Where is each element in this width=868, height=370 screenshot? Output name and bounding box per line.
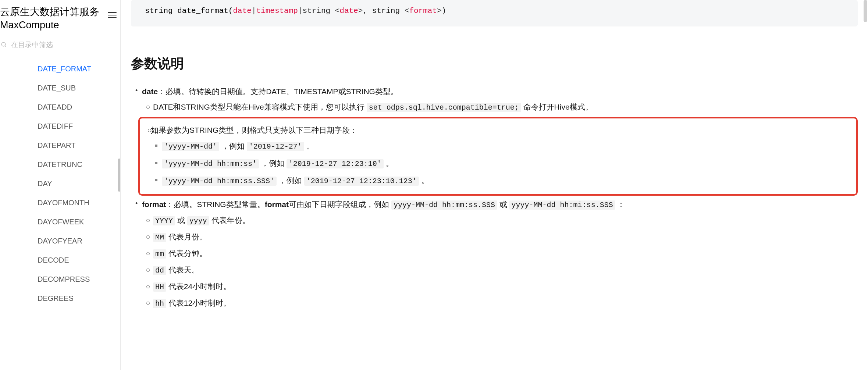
search-input[interactable] <box>11 41 120 49</box>
nav-item-dayofyear[interactable]: DAYOFYEAR <box>0 231 120 250</box>
code-text: string date_format( <box>145 7 233 15</box>
section-title-params: 参数说明 <box>131 52 858 75</box>
page-scrollbar[interactable] <box>864 0 867 22</box>
svg-point-0 <box>1 42 6 46</box>
nav-item-dateadd[interactable]: DATEADD <box>0 97 120 117</box>
param-name: date <box>142 87 158 96</box>
param-name: format <box>142 200 166 209</box>
nav-item-date-format[interactable]: DATE_FORMAT <box>0 59 120 78</box>
syntax-code-block: string date_format(date|timestamp|string… <box>131 0 858 26</box>
param-date-note-hive: DATE和STRING类型只能在Hive兼容模式下使用，您可以执行 set od… <box>153 100 858 114</box>
param-date-string-formats: 如果参数为STRING类型，则格式只支持以下三种日期字段： 'yyyy-MM-d… <box>151 124 853 188</box>
svg-line-1 <box>5 46 6 47</box>
code-type: date <box>339 7 358 15</box>
nav-item-datetrunc[interactable]: DATETRUNC <box>0 155 120 174</box>
nav-item-date-sub[interactable]: DATE_SUB <box>0 78 120 97</box>
code-type: timestamp <box>256 7 298 15</box>
nav-item-day[interactable]: DAY <box>0 174 120 193</box>
param-date: date：必填。待转换的日期值。支持DATE、TIMESTAMP或STRING类… <box>142 85 858 196</box>
format-ex-3: 'yyyy-MM-dd hh:mm:ss.SSS' ，例如 '2019-12-2… <box>162 174 853 188</box>
code-inline: set odps.sql.hive.compatible=true; <box>367 103 521 112</box>
format-token-dd: dd 代表天。 <box>153 263 858 277</box>
format-ex-2: 'yyyy-MM-dd hh:mm:ss' ，例如 '2019-12-27 12… <box>162 157 853 170</box>
search-icon <box>1 42 7 48</box>
nav-item-datediff[interactable]: DATEDIFF <box>0 117 120 136</box>
format-token-hh-upper: HH 代表24小时制时。 <box>153 280 858 293</box>
sidebar-scrollbar[interactable] <box>118 159 120 192</box>
nav-list: DATE_FORMAT DATE_SUB DATEADD DATEDIFF DA… <box>0 53 120 370</box>
format-token-mm-lower: mm 代表分钟。 <box>153 247 858 260</box>
product-title: 云原生大数据计算服务MaxCompute <box>0 5 108 32</box>
sidebar-search[interactable] <box>0 37 120 53</box>
nav-item-decode[interactable]: DECODE <box>0 250 120 270</box>
nav-item-degrees[interactable]: DEGREES <box>0 289 120 308</box>
format-token-mm-upper: MM 代表月份。 <box>153 230 858 244</box>
format-token-yyyy: YYYY 或 yyyy 代表年份。 <box>153 214 858 227</box>
nav-item-datepart[interactable]: DATEPART <box>0 136 120 155</box>
format-token-hh-lower: hh 代表12小时制时。 <box>153 296 858 310</box>
nav-item-dayofmonth[interactable]: DAYOFMONTH <box>0 193 120 212</box>
nav-item-decompress[interactable]: DECOMPRESS <box>0 270 120 289</box>
code-type: date <box>233 7 251 15</box>
sidebar: 云原生大数据计算服务MaxCompute DATE_FORMAT DATE_SU… <box>0 0 121 370</box>
param-format: format：必填。STRING类型常量。format可由如下日期字段组成，例如… <box>142 198 858 310</box>
nav-item-dayofweek[interactable]: DAYOFWEEK <box>0 212 120 231</box>
format-ex-1: 'yyyy-MM-dd' ，例如 '2019-12-27' 。 <box>162 139 853 153</box>
menu-icon[interactable] <box>108 10 117 20</box>
highlight-box: 如果参数为STRING类型，则格式只支持以下三种日期字段： 'yyyy-MM-d… <box>138 117 858 196</box>
code-type: format <box>409 7 437 15</box>
main-content: string date_format(date|timestamp|string… <box>121 0 868 370</box>
